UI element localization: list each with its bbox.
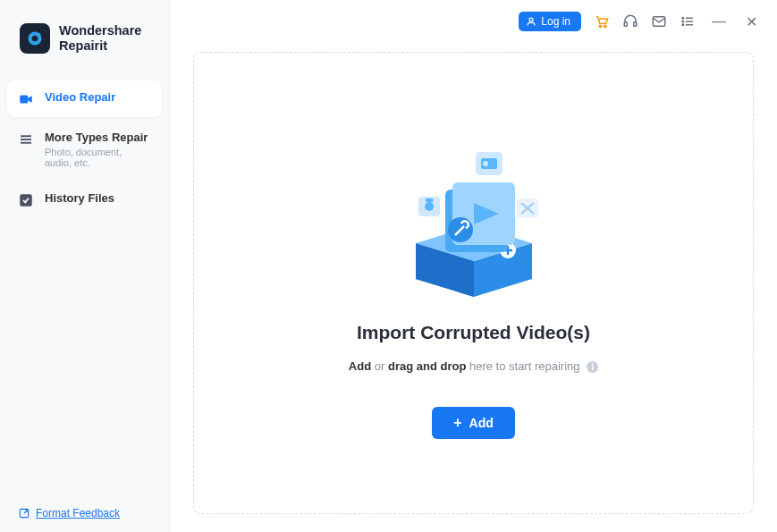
video-camera-icon <box>18 91 34 107</box>
brand: Wondershare Repairit <box>0 16 169 73</box>
user-icon <box>526 16 536 27</box>
headset-icon[interactable] <box>622 13 638 30</box>
checkbox-icon <box>18 192 34 208</box>
svg-rect-12 <box>634 22 637 27</box>
svg-rect-2 <box>20 96 28 104</box>
svg-point-14 <box>682 18 684 20</box>
titlebar: Log in — ✕ <box>170 0 777 43</box>
sidebar-item-label: History Files <box>45 191 114 205</box>
svg-point-8 <box>529 18 533 21</box>
dropzone-subtext: Add or drag and drop here to start repai… <box>349 359 598 373</box>
close-button[interactable]: ✕ <box>742 13 761 30</box>
svg-rect-29 <box>426 198 433 202</box>
dropzone[interactable]: Import Corrupted Video(s) Add or drag an… <box>193 52 754 514</box>
import-illustration-icon <box>384 127 563 306</box>
mail-icon[interactable] <box>651 13 667 30</box>
svg-point-9 <box>599 25 601 27</box>
sidebar-item-more-types[interactable]: More Types Repair Photo, document, audio… <box>7 121 162 178</box>
sidebar-item-label: Video Repair <box>45 90 115 104</box>
edit-icon <box>18 507 30 519</box>
brand-logo-icon <box>20 23 50 54</box>
brand-name: Wondershare Repairit <box>59 23 141 53</box>
sidebar-item-video-repair[interactable]: Video Repair <box>7 80 162 117</box>
dropzone-heading: Import Corrupted Video(s) <box>357 322 590 343</box>
sidebar: Wondershare Repairit Video Repair Mor <box>0 0 170 532</box>
add-button[interactable]: + Add <box>432 407 515 439</box>
main-area: Log in — ✕ <box>170 0 777 532</box>
content: Import Corrupted Video(s) Add or drag an… <box>170 43 777 532</box>
svg-point-28 <box>425 202 434 211</box>
svg-point-1 <box>32 36 38 42</box>
sidebar-item-label: More Types Repair <box>45 131 151 144</box>
svg-point-26 <box>483 161 488 166</box>
svg-rect-11 <box>624 22 627 27</box>
cart-icon[interactable] <box>594 13 610 30</box>
login-button[interactable]: Log in <box>519 12 581 31</box>
format-feedback-link[interactable]: Format Feedback <box>0 494 169 532</box>
sidebar-nav: Video Repair More Types Repair Photo, do… <box>0 73 169 229</box>
menu-icon <box>18 131 34 148</box>
sidebar-item-history[interactable]: History Files <box>7 182 162 218</box>
plus-icon: + <box>453 416 461 430</box>
svg-point-18 <box>682 24 684 26</box>
svg-point-16 <box>682 21 684 22</box>
minimize-button[interactable]: — <box>708 13 730 30</box>
list-icon[interactable] <box>680 13 696 30</box>
svg-point-10 <box>604 25 606 27</box>
info-icon[interactable]: i <box>587 361 598 373</box>
sidebar-item-sublabel: Photo, document, audio, etc. <box>45 147 151 168</box>
